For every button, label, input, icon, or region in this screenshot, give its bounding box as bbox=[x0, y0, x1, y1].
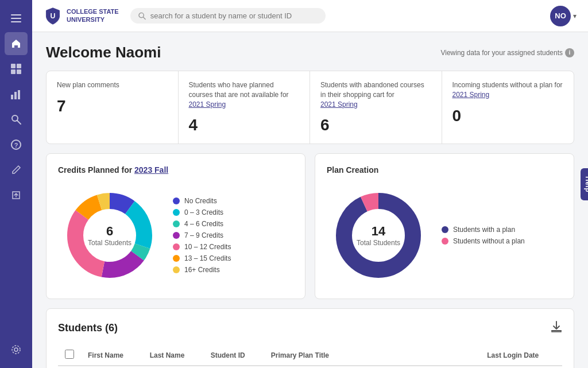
home-icon[interactable] bbox=[5, 32, 28, 55]
stat-label-comments: New plan comments bbox=[57, 80, 168, 90]
legend-item: Students with a plan bbox=[442, 226, 525, 234]
col-lastname: Last Name bbox=[143, 345, 204, 366]
stat-value-abandoned: 6 bbox=[320, 116, 431, 134]
main-content: U COLLEGE STATE UNIVERSITY NO ▾ Welcome … bbox=[32, 0, 588, 368]
svg-line-18 bbox=[143, 17, 145, 19]
legend-label: 10 – 12 Credits bbox=[184, 243, 231, 251]
stat-link-2021spring-2[interactable]: 2021 Spring bbox=[320, 100, 358, 109]
students-tbody: Paul Briggs AA0031 BA Music, BA English … bbox=[58, 366, 562, 368]
row-checkbox-cell[interactable] bbox=[58, 366, 81, 368]
col-studentid: Student ID bbox=[204, 345, 264, 366]
logo-area: U COLLEGE STATE UNIVERSITY bbox=[44, 7, 119, 25]
viewing-data-label: Viewing data for your assigned students … bbox=[440, 48, 574, 57]
col-plantitle: Primary Plan Title bbox=[264, 345, 480, 366]
legend-label: Students with a plan bbox=[453, 226, 515, 234]
sidebar: ? bbox=[0, 0, 32, 368]
row-firstname: Paul bbox=[81, 366, 143, 368]
svg-line-11 bbox=[17, 121, 21, 124]
dashboard-icon[interactable] bbox=[5, 57, 28, 80]
stat-link-2021spring-1[interactable]: 2021 Spring bbox=[189, 100, 226, 109]
select-all-checkbox[interactable] bbox=[65, 350, 74, 359]
svg-rect-5 bbox=[11, 69, 16, 74]
svg-text:U: U bbox=[51, 12, 56, 20]
legend-dot bbox=[442, 226, 448, 233]
credits-legend: No Credits0 – 3 Credits4 – 6 Credits7 – … bbox=[173, 197, 231, 274]
info-icon[interactable]: i bbox=[565, 48, 574, 57]
table-row: Paul Briggs AA0031 BA Music, BA English … bbox=[58, 366, 562, 368]
credits-chart-title: Credits Planned for 2023 Fall bbox=[58, 165, 293, 175]
credits-donut-svg: 6 Total Students bbox=[58, 184, 161, 287]
svg-rect-2 bbox=[11, 21, 21, 22]
legend-label: 0 – 3 Credits bbox=[184, 208, 223, 216]
legend-item: Students without a plan bbox=[442, 237, 525, 245]
svg-rect-3 bbox=[11, 64, 16, 68]
svg-point-15 bbox=[12, 346, 20, 354]
legend-item: 10 – 12 Credits bbox=[173, 243, 231, 251]
stat-value-unavailable: 4 bbox=[189, 116, 300, 134]
stats-row: New plan comments 7 Students who have pl… bbox=[46, 71, 574, 144]
welcome-header: Welcome Naomi Viewing data for your assi… bbox=[46, 44, 574, 61]
stat-card-incoming: Incoming students without a plan for 202… bbox=[442, 71, 574, 144]
row-lastlogin: Oct 17, 2023 bbox=[480, 366, 562, 368]
legend-dot bbox=[173, 232, 180, 239]
row-studentid: AA0031 bbox=[204, 366, 264, 368]
col-lastlogin: Last Login Date bbox=[480, 345, 562, 366]
svg-rect-4 bbox=[17, 64, 21, 68]
legend-dot bbox=[173, 266, 180, 273]
hamburger-icon[interactable] bbox=[5, 7, 28, 30]
legend-label: 7 – 9 Credits bbox=[184, 231, 223, 239]
search-input[interactable] bbox=[150, 11, 318, 20]
legend-item: 7 – 9 Credits bbox=[173, 231, 231, 239]
row-plantitle: BA Music, BA English (PB-AA0031) Fall St… bbox=[264, 366, 480, 368]
credits-chart-card: Credits Planned for 2023 Fall bbox=[46, 153, 305, 299]
svg-point-26 bbox=[344, 201, 413, 270]
search-bar[interactable] bbox=[130, 8, 326, 24]
settings-icon[interactable] bbox=[5, 338, 28, 361]
plan-creation-chart-title: Plan Creation bbox=[327, 165, 562, 175]
avatar[interactable]: NO bbox=[550, 6, 571, 26]
svg-rect-6 bbox=[17, 69, 21, 74]
avatar-chevron-icon[interactable]: ▾ bbox=[573, 12, 577, 20]
legend-label: 13 – 15 Credits bbox=[184, 254, 231, 262]
svg-rect-9 bbox=[18, 90, 20, 99]
stat-value-comments: 7 bbox=[57, 97, 168, 115]
legend-dot bbox=[173, 243, 180, 250]
download-icon[interactable] bbox=[551, 320, 562, 336]
stat-card-comments: New plan comments 7 bbox=[47, 71, 179, 144]
legend-dot bbox=[173, 197, 180, 204]
stat-label-unavailable: Students who have planned courses that a… bbox=[189, 80, 300, 109]
credits-chart-link[interactable]: 2023 Fall bbox=[134, 165, 168, 175]
select-all-header[interactable] bbox=[58, 345, 81, 366]
search-sidebar-icon[interactable] bbox=[5, 108, 28, 131]
edit-icon[interactable] bbox=[5, 158, 28, 181]
col-firstname: First Name bbox=[81, 345, 143, 366]
students-table-wrap: First Name Last Name Student ID Primary … bbox=[58, 345, 562, 368]
legend-item: 13 – 15 Credits bbox=[173, 254, 231, 262]
plan-creation-chart-card: Plan Creation 14 Total Students bbox=[315, 153, 574, 299]
stat-link-2021spring-3[interactable]: 2021 Spring bbox=[452, 91, 490, 99]
chart-icon[interactable] bbox=[5, 83, 28, 106]
legend-label: 4 – 6 Credits bbox=[184, 220, 223, 228]
legend-label: Students without a plan bbox=[453, 237, 525, 245]
help-tab[interactable]: Help bbox=[581, 168, 588, 200]
legend-dot bbox=[442, 238, 448, 245]
export-icon[interactable] bbox=[5, 184, 28, 207]
plan-creation-donut-area: 14 Total Students Students with a planSt… bbox=[327, 184, 562, 287]
plan-creation-legend: Students with a planStudents without a p… bbox=[442, 226, 525, 245]
stat-label-abandoned: Students with abandoned courses in their… bbox=[320, 80, 431, 109]
logo-text: COLLEGE STATE UNIVERSITY bbox=[67, 8, 119, 23]
table-header-row: First Name Last Name Student ID Primary … bbox=[58, 345, 562, 366]
legend-item: 0 – 3 Credits bbox=[173, 208, 231, 216]
legend-item: 16+ Credits bbox=[173, 266, 231, 274]
stat-card-unavailable: Students who have planned courses that a… bbox=[179, 71, 311, 144]
question-icon[interactable]: ? bbox=[5, 133, 28, 156]
legend-label: 16+ Credits bbox=[184, 266, 220, 274]
legend-dot bbox=[173, 255, 180, 262]
charts-row: Credits Planned for 2023 Fall bbox=[46, 153, 574, 299]
legend-dot bbox=[173, 220, 180, 227]
stat-card-abandoned: Students with abandoned courses in their… bbox=[310, 71, 442, 144]
legend-label: No Credits bbox=[184, 197, 217, 205]
page-content: Welcome Naomi Viewing data for your assi… bbox=[32, 32, 588, 368]
students-header: Students (6) bbox=[58, 320, 562, 336]
svg-rect-7 bbox=[11, 95, 13, 99]
